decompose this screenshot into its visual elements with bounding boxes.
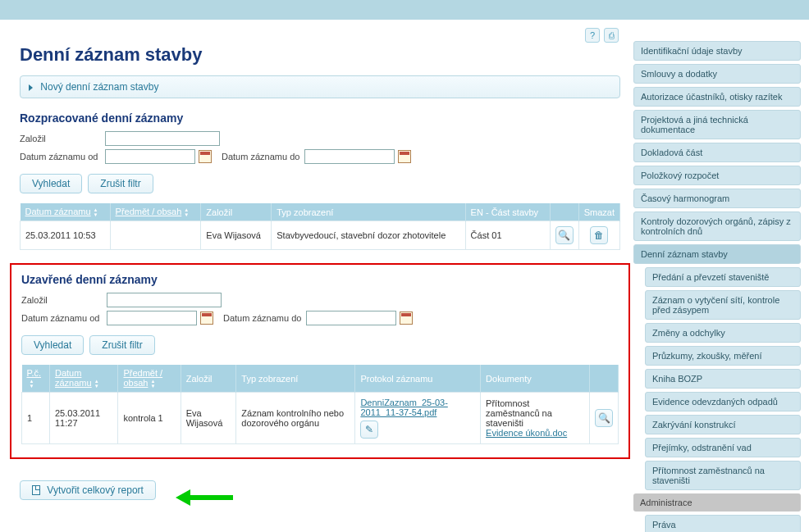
col-documents[interactable]: Dokumenty: [481, 365, 590, 393]
filter-label-date-from: Datum záznamu od: [21, 313, 107, 323]
table-row: 25.03.2011 10:53 Eva Wijasová Stavbyvedo…: [21, 221, 620, 250]
closed-section-highlight: Uzavřené denní záznamy Založil Datum záz…: [10, 263, 630, 459]
chevron-right-icon: [29, 84, 33, 91]
top-bar: [0, 0, 809, 20]
col-subject[interactable]: Předmět / obsah: [118, 365, 181, 393]
closed-search-button[interactable]: Vyhledat: [21, 335, 84, 355]
cell-display-type: Záznam kontrolního nebo dozorového orgán…: [236, 393, 355, 444]
sort-icon: [184, 207, 189, 217]
trash-icon: 🗑: [594, 230, 604, 241]
col-date[interactable]: Datum záznamu: [21, 203, 111, 221]
sidebar: Identifikační údaje stavby Smlouvy a dod…: [633, 26, 801, 532]
sort-icon: [150, 379, 155, 389]
sidebar-item-identifikace[interactable]: Identifikační údaje stavby: [633, 41, 801, 61]
sort-icon: [30, 379, 34, 389]
edit-protocol-button[interactable]: ✎: [360, 421, 378, 439]
cell-part: Část 01: [465, 221, 550, 250]
col-display-type[interactable]: Typ zobrazení: [272, 203, 465, 221]
pencil-icon: ✎: [365, 424, 373, 435]
calendar-icon[interactable]: [400, 311, 413, 325]
sidebar-sub-zakryvani[interactable]: Zakrývání konstrukcí: [645, 415, 801, 434]
sidebar-item-harmonogram[interactable]: Časový harmonogram: [633, 189, 801, 208]
cell-created-by: Eva Wijasová: [181, 393, 236, 444]
col-view: [550, 203, 578, 221]
drafts-heading: Rozpracované denní záznamy: [20, 111, 620, 125]
cell-protocol: DenniZaznam_25-03-2011_11-37-54.pdf ✎: [355, 393, 481, 444]
create-report-label: Vytvořit celkový report: [47, 484, 144, 496]
disclosure-label: Nový denní záznam stavby: [40, 81, 158, 93]
col-view: [590, 365, 619, 393]
cell-display-type: Stavbyvedoucí, stavební dozor zhotovitel…: [272, 221, 465, 250]
document-link[interactable]: Evidence úkonů.doc: [486, 428, 567, 438]
cell-documents: Přítomnost zaměstnanců na staveništi Evi…: [481, 393, 590, 444]
filter-label-date-to: Datum záznamu do: [222, 152, 299, 161]
new-record-disclosure[interactable]: Nový denní záznam stavby: [20, 75, 620, 98]
filter-label-founder: Založil: [20, 134, 105, 143]
protocol-link[interactable]: DenniZaznam_25-03-2011_11-37-54.pdf: [360, 398, 447, 417]
view-button[interactable]: 🔍: [595, 409, 613, 427]
view-button[interactable]: 🔍: [555, 226, 574, 244]
doc-text: Přítomnost zaměstnanců na staveništi: [486, 398, 552, 428]
magnifier-icon: 🔍: [558, 230, 570, 241]
sidebar-sub-odpady[interactable]: Evidence odevzdaných odpadů: [645, 392, 801, 412]
sidebar-item-autorizace[interactable]: Autorizace účastníků, otisky razítek: [633, 87, 801, 107]
delete-button[interactable]: 🗑: [590, 226, 608, 244]
cell-subject: [110, 221, 201, 250]
sidebar-sub-zmeny[interactable]: Změny a odchylky: [645, 323, 801, 343]
sidebar-sub-bozp[interactable]: Kniha BOZP: [645, 369, 801, 389]
help-icon[interactable]: ?: [585, 28, 600, 43]
col-part[interactable]: EN - Část stavby: [465, 203, 550, 221]
drafts-table: Datum záznamu Předmět / obsah Založil Ty…: [20, 203, 620, 250]
drafts-search-button[interactable]: Vyhledat: [20, 174, 82, 193]
col-date[interactable]: Datum záznamu: [50, 365, 118, 393]
page-title: Denní záznam stavby: [20, 44, 620, 66]
col-created-by[interactable]: Založil: [181, 365, 236, 393]
filter-label-founder: Založil: [21, 295, 107, 305]
sidebar-admin-header: Administrace: [633, 493, 801, 512]
table-row: 1 25.03.2011 11:27 kontrola 1 Eva Wijaso…: [22, 393, 619, 444]
filter-label-date-from: Datum záznamu od: [20, 152, 105, 161]
col-delete[interactable]: Smazat: [578, 203, 619, 221]
cell-date: 25.03.2011 10:53: [21, 221, 111, 250]
sidebar-item-dokumentace[interactable]: Projektová a jiná technická dokumentace: [633, 110, 801, 139]
closed-heading: Uzavřené denní záznamy: [21, 273, 619, 286]
sort-icon: [94, 207, 98, 217]
calendar-icon[interactable]: [200, 311, 213, 325]
col-subject[interactable]: Předmět / obsah: [110, 203, 201, 221]
sidebar-item-smlouvy[interactable]: Smlouvy a dodatky: [633, 64, 801, 84]
closed-reset-button[interactable]: Zrušit filtr: [89, 335, 154, 355]
closed-founder-input[interactable]: [107, 293, 222, 307]
col-created-by[interactable]: Založil: [201, 203, 272, 221]
cell-subject: kontrola 1: [118, 393, 181, 444]
drafts-date-to-input[interactable]: [304, 149, 395, 164]
sidebar-item-kontroly[interactable]: Kontroly dozorových orgánů, zápisy z kon…: [633, 211, 801, 241]
sidebar-item-rozpocet[interactable]: Položkový rozpočet: [633, 166, 801, 185]
sidebar-item-prava[interactable]: Práva: [645, 515, 801, 532]
sidebar-sub-prejimky[interactable]: Přejímky, odstranění vad: [645, 438, 801, 457]
document-icon: [32, 485, 40, 495]
col-protocol[interactable]: Protokol záznamu: [355, 365, 481, 393]
drafts-founder-input[interactable]: [105, 131, 220, 146]
cell-no: 1: [22, 393, 50, 444]
sidebar-item-denni-zaznam[interactable]: Denní záznam stavby: [633, 244, 801, 264]
drafts-date-from-input[interactable]: [105, 149, 195, 164]
col-no[interactable]: P.č.: [22, 365, 50, 393]
closed-table: P.č. Datum záznamu Předmět / obsah Založ…: [21, 365, 619, 444]
calendar-icon[interactable]: [199, 150, 212, 163]
sidebar-sub-vytyceni[interactable]: Záznam o vytyčení sítí, kontrole před zá…: [645, 290, 801, 320]
sort-icon: [94, 379, 99, 389]
sidebar-sub-pritomnost[interactable]: Přítomnost zaměstnanců na staveništi: [645, 461, 801, 490]
drafts-reset-button[interactable]: Zrušit filtr: [88, 174, 153, 193]
filter-label-date-to: Datum záznamu do: [223, 313, 301, 323]
calendar-icon[interactable]: [398, 150, 411, 163]
closed-date-to-input[interactable]: [306, 311, 396, 325]
sidebar-sub-pruzkumy[interactable]: Průzkumy, zkoušky, měření: [645, 346, 801, 366]
magnifier-icon: 🔍: [598, 412, 610, 424]
cell-created-by: Eva Wijasová: [201, 221, 272, 250]
closed-date-from-input[interactable]: [107, 311, 197, 325]
create-report-button[interactable]: Vytvořit celkový report: [20, 480, 156, 500]
sidebar-item-dokladova[interactable]: Dokladová část: [633, 143, 801, 162]
col-display-type[interactable]: Typ zobrazení: [236, 365, 355, 393]
print-icon[interactable]: ⎙: [604, 28, 619, 43]
sidebar-sub-predani[interactable]: Předání a převzetí staveniště: [645, 267, 801, 287]
